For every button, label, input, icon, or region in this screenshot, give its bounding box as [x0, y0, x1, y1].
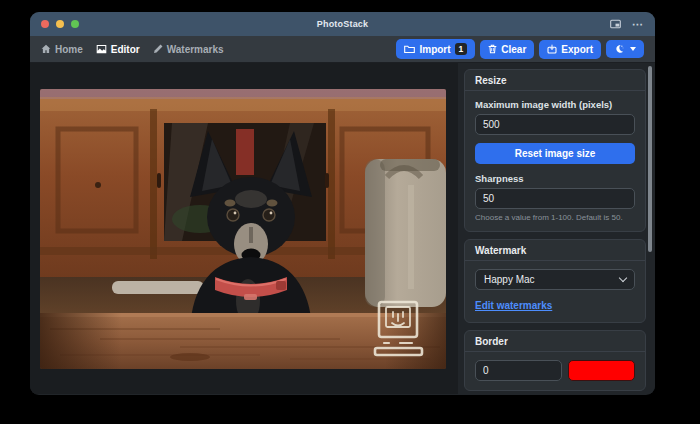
home-icon: [41, 44, 51, 54]
sharpness-input[interactable]: [475, 188, 635, 209]
watermark-select[interactable]: Happy Mac: [475, 269, 635, 290]
nav-item-editor[interactable]: Editor: [96, 44, 140, 55]
reset-image-size-button[interactable]: Reset image size: [475, 143, 635, 164]
sharpness-label: Sharpness: [475, 173, 635, 184]
sharpness-help-text: Choose a value from 1-100. Default is 50…: [475, 213, 635, 222]
pencil-icon: [153, 44, 163, 54]
resize-section: Resize Maximum image width (pixels) Rese…: [464, 69, 646, 232]
window-title: PhotoStack: [30, 19, 655, 29]
watermark-selected-value: Happy Mac: [484, 274, 535, 285]
titlebar: PhotoStack ⋯: [30, 12, 655, 36]
export-button[interactable]: Export: [539, 40, 601, 59]
import-count-badge: 1: [455, 43, 468, 55]
image-icon: [96, 44, 107, 54]
chevron-down-icon: [630, 47, 636, 51]
minimize-window-button[interactable]: [56, 20, 64, 28]
app-window: PhotoStack ⋯ Home: [30, 12, 655, 395]
edit-watermarks-link[interactable]: Edit watermarks: [475, 300, 552, 311]
sidebar-scrollbar[interactable]: [648, 66, 652, 252]
import-label: Import: [419, 44, 450, 55]
nav-item-watermarks[interactable]: Watermarks: [153, 44, 224, 55]
picture-in-picture-icon[interactable]: [610, 19, 621, 29]
clear-button[interactable]: Clear: [480, 40, 534, 59]
export-icon: [547, 44, 557, 54]
close-window-button[interactable]: [41, 20, 49, 28]
max-width-label: Maximum image width (pixels): [475, 99, 635, 110]
import-button[interactable]: Import 1: [396, 39, 475, 59]
max-width-input[interactable]: [475, 114, 635, 135]
border-section: Border: [464, 330, 646, 391]
nav-item-home[interactable]: Home: [41, 44, 83, 55]
export-label: Export: [561, 44, 593, 55]
folder-open-icon: [404, 44, 415, 54]
nav-item-label: Home: [55, 44, 83, 55]
photo-preview: [40, 89, 446, 369]
navbar: Home Editor Watermarks: [30, 36, 655, 63]
nav-item-label: Watermarks: [167, 44, 224, 55]
watermark-section-title: Watermark: [465, 240, 645, 261]
editor-canvas-area: [30, 63, 458, 394]
watermark-section: Watermark Happy Mac Edit watermarks: [464, 239, 646, 323]
settings-sidebar: Resize Maximum image width (pixels) Rese…: [458, 63, 655, 394]
chevron-down-icon: [619, 274, 627, 282]
bag: [365, 159, 446, 307]
more-menu-icon[interactable]: ⋯: [632, 20, 644, 28]
border-width-input[interactable]: [475, 360, 562, 381]
nav-item-label: Editor: [111, 44, 140, 55]
resize-section-title: Resize: [465, 70, 645, 91]
border-color-picker[interactable]: [568, 360, 635, 381]
trash-icon: [488, 44, 497, 54]
theme-toggle-button[interactable]: [606, 40, 644, 58]
clear-label: Clear: [501, 44, 526, 55]
zoom-window-button[interactable]: [71, 20, 79, 28]
traffic-lights: [41, 20, 79, 28]
border-section-title: Border: [465, 331, 645, 352]
moon-icon: [614, 44, 624, 54]
